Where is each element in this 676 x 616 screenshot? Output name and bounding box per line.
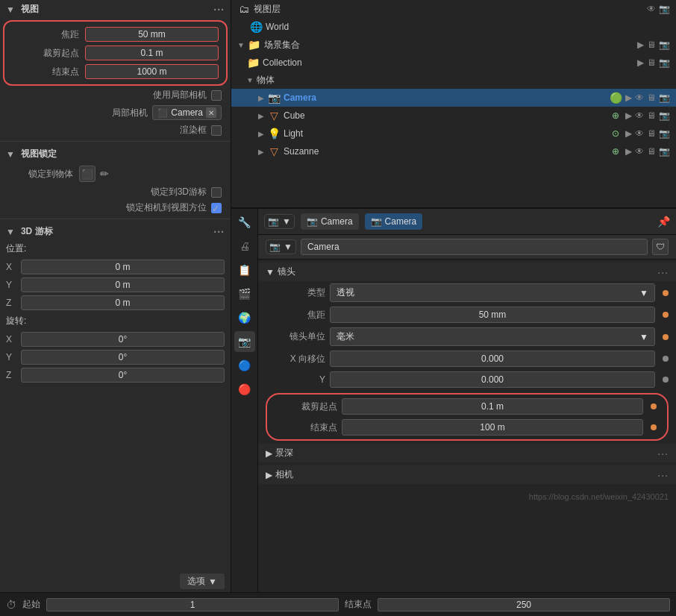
collection-camera-icon[interactable]: 📷 bbox=[659, 57, 670, 68]
props-modifier-btn[interactable]: 🔵 bbox=[234, 355, 255, 376]
tab-camera-active[interactable]: 📷 Camera bbox=[365, 213, 423, 230]
dof-dots: ··· bbox=[657, 447, 669, 459]
outliner-scene-collection[interactable]: ▼ 📁 场景集合 ▶ 🖥 📷 bbox=[231, 36, 676, 54]
outliner-objects[interactable]: ▼ 物体 bbox=[231, 72, 676, 89]
props-world-btn[interactable]: 🌍 bbox=[234, 307, 255, 328]
scene-monitor-icon[interactable]: 🖥 bbox=[647, 40, 656, 50]
suzanne-eye-icon[interactable]: 👁 bbox=[635, 146, 644, 157]
camera-eye-icon[interactable]: 👁 bbox=[635, 92, 644, 103]
shield-icon[interactable]: 🛡 bbox=[652, 239, 669, 255]
start-value[interactable]: 1 bbox=[46, 598, 339, 612]
shift-y-value[interactable]: 0.000 bbox=[330, 371, 655, 388]
light-eye-icon[interactable]: 👁 bbox=[635, 128, 644, 139]
light-view-icon[interactable]: ▶ bbox=[625, 128, 632, 139]
outliner-suzanne[interactable]: ▶ ▽ Suzanne ⊕ ▶ 👁 🖥 📷 bbox=[231, 142, 676, 160]
camera-view-icon[interactable]: ▶ bbox=[625, 92, 632, 103]
bottom-bar: ⏱ 起始 1 结束点 250 bbox=[0, 592, 676, 616]
cube-cam-icon[interactable]: 📷 bbox=[659, 110, 670, 121]
lock-object-icon[interactable]: ⬛ bbox=[79, 166, 96, 182]
outliner-light[interactable]: ▶ 💡 Light ⊙ ▶ 👁 🖥 📷 bbox=[231, 125, 676, 142]
view-layer-icon: 🗂 bbox=[237, 2, 251, 16]
camera-triangle: ▶ bbox=[258, 94, 264, 102]
collection-view-icon[interactable]: ▶ bbox=[637, 57, 644, 68]
rot-y-value[interactable]: 0° bbox=[21, 350, 225, 365]
camera-monitor-icon[interactable]: 🖥 bbox=[647, 92, 656, 103]
objects-triangle: ▼ bbox=[246, 76, 254, 84]
cube-triangle: ▶ bbox=[258, 112, 264, 120]
scene-view-icon[interactable]: ▶ bbox=[637, 40, 644, 50]
pos-y-value[interactable]: 0 m bbox=[21, 277, 225, 292]
outliner-cube[interactable]: ▶ ▽ Cube ⊕ ▶ 👁 🖥 📷 bbox=[231, 107, 676, 125]
clip-end-value[interactable]: 1000 m bbox=[85, 64, 219, 79]
rot-x-value[interactable]: 0° bbox=[21, 332, 225, 347]
left-panel: ▼ 视图 ··· 焦距 50 mm 裁剪起点 0.1 m 结束点 1000 m … bbox=[0, 0, 231, 592]
light-monitor-icon[interactable]: 🖥 bbox=[647, 128, 656, 139]
rot-z-value[interactable]: 0° bbox=[21, 368, 225, 383]
lock-camera-view-checkbox[interactable]: ✓ bbox=[211, 203, 222, 213]
local-camera-clear[interactable]: ✕ bbox=[206, 107, 216, 118]
type-dropdown[interactable]: 透视 ▼ bbox=[330, 283, 655, 302]
props-output-btn[interactable]: 🖨 bbox=[234, 236, 255, 257]
suzanne-view-icon[interactable]: ▶ bbox=[625, 146, 632, 157]
props-view-layer-btn[interactable]: 📋 bbox=[234, 260, 255, 280]
clip-start-value[interactable]: 0.1 m bbox=[85, 45, 219, 60]
light-triangle: ▶ bbox=[258, 130, 264, 138]
outliner-collection[interactable]: 📁 Collection ▶ 🖥 📷 bbox=[231, 54, 676, 72]
cube-monitor-icon[interactable]: 🖥 bbox=[647, 110, 656, 121]
use-local-camera-label: 使用局部相机 bbox=[153, 89, 207, 101]
object-name-field[interactable]: Camera bbox=[301, 239, 648, 255]
suzanne-cam-icon[interactable]: 📷 bbox=[659, 146, 670, 157]
pos-y-row: Y 0 m bbox=[6, 276, 225, 294]
focal-length-value[interactable]: 50 mm bbox=[85, 27, 219, 42]
object-type-icon: 📷 bbox=[269, 242, 281, 252]
cube-eye-icon[interactable]: 👁 bbox=[635, 110, 644, 121]
focal-value[interactable]: 50 mm bbox=[330, 307, 655, 323]
lock-3d-cursor-checkbox[interactable] bbox=[211, 187, 222, 198]
suzanne-monitor-icon[interactable]: 🖥 bbox=[647, 146, 656, 157]
render-icon[interactable]: 📷 bbox=[659, 4, 670, 14]
cube-icons: ▶ 👁 🖥 📷 bbox=[625, 110, 670, 121]
lock-object-picker[interactable]: ✏ bbox=[100, 168, 109, 180]
props-tab-dropdown[interactable]: 📷 ▼ bbox=[264, 214, 295, 229]
scene-collection-triangle: ▼ bbox=[237, 41, 245, 49]
shift-x-value[interactable]: 0.000 bbox=[330, 351, 655, 367]
pos-x-value[interactable]: 0 m bbox=[21, 260, 225, 274]
props-object-btn[interactable]: 📷 bbox=[234, 331, 255, 352]
view-section-header: ▼ 视图 ··· bbox=[0, 0, 231, 19]
pos-z-value[interactable]: 0 m bbox=[21, 295, 225, 310]
use-local-camera-checkbox[interactable] bbox=[211, 90, 222, 101]
cube-view-icon[interactable]: ▶ bbox=[625, 110, 632, 121]
camera-header-left: ▶ 相机 bbox=[266, 468, 293, 481]
dof-section-header[interactable]: ▶ 景深 ··· bbox=[258, 444, 676, 462]
view-lock-triangle: ▼ bbox=[6, 149, 15, 160]
lock-camera-view-row: 锁定相机到视图方位 ✓ bbox=[0, 200, 231, 216]
object-type-dropdown[interactable]: 📷 ▼ bbox=[266, 239, 296, 254]
pin-icon[interactable]: 📌 bbox=[657, 216, 670, 227]
lens-section-header[interactable]: ▼ 镜头 ··· bbox=[258, 263, 676, 281]
collection-monitor-icon[interactable]: 🖥 bbox=[647, 57, 656, 68]
render-frame-checkbox[interactable] bbox=[211, 125, 222, 136]
props-clip-end-value[interactable]: 100 m bbox=[342, 419, 643, 436]
light-cam-icon[interactable]: 📷 bbox=[659, 128, 670, 139]
local-camera-badge[interactable]: ⬛ Camera ✕ bbox=[152, 105, 222, 120]
outliner-view-layer[interactable]: 🗂 视图层 👁 📷 bbox=[231, 0, 676, 18]
props-material-btn[interactable]: 🔴 bbox=[234, 379, 255, 400]
outliner-world[interactable]: 🌐 World bbox=[231, 18, 676, 36]
scene-camera-icon[interactable]: 📷 bbox=[659, 40, 670, 50]
outliner-camera[interactable]: ▶ 📷 Camera 🟢 ▶ 👁 🖥 📷 bbox=[231, 89, 676, 107]
watermark: https://blog.csdn.net/weixin_42430021 bbox=[529, 492, 669, 501]
props-render-btn[interactable]: 🔧 bbox=[234, 212, 255, 233]
tab-camera-data[interactable]: 📷 Camera bbox=[301, 213, 359, 230]
options-button[interactable]: 选项 ▼ bbox=[180, 573, 225, 589]
props-scene-btn[interactable]: 🎬 bbox=[234, 283, 255, 304]
view-icon[interactable]: 👁 bbox=[647, 4, 656, 14]
camera-cam-icon[interactable]: 📷 bbox=[659, 92, 670, 103]
camera-section-header[interactable]: ▶ 相机 ··· bbox=[258, 465, 676, 484]
tab-dropdown-arrow: ▼ bbox=[282, 216, 291, 227]
end-value[interactable]: 250 bbox=[378, 598, 670, 612]
props-clip-start-value[interactable]: 0.1 m bbox=[342, 398, 643, 415]
suzanne-icon: ▽ bbox=[267, 145, 281, 158]
lens-unit-dropdown[interactable]: 毫米 ▼ bbox=[330, 327, 655, 346]
camera-label: Camera bbox=[284, 92, 606, 103]
divider1 bbox=[0, 141, 231, 142]
